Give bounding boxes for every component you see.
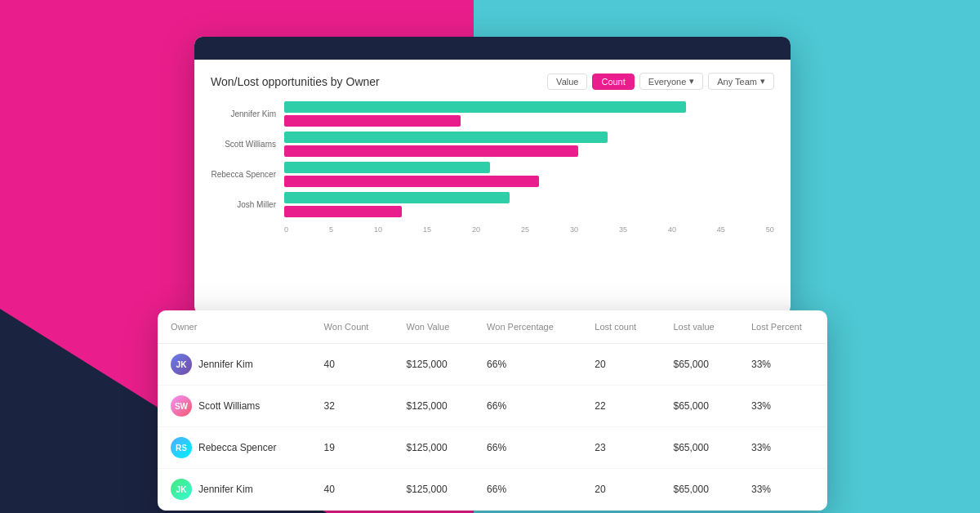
chart-title: Won/Lost opportunities by Owner bbox=[211, 75, 380, 88]
axis-label: 0 bbox=[284, 225, 288, 234]
value-button[interactable]: Value bbox=[547, 74, 587, 90]
lost-percent-cell: 33% bbox=[738, 386, 827, 427]
axis-labels: 0 5 10 15 20 25 30 35 40 45 50 bbox=[284, 222, 774, 234]
table-header: Owner Won Count Won Value Won Percentage… bbox=[158, 310, 827, 344]
avatar: SW bbox=[171, 395, 192, 417]
owner-name: Scott Williams bbox=[198, 400, 260, 412]
col-lost-value: Lost value bbox=[661, 310, 738, 344]
axis-label: 40 bbox=[668, 225, 676, 234]
axis-label: 25 bbox=[521, 225, 529, 234]
table-row: RS Rebecca Spencer 19 $125,000 66% 23 $6… bbox=[158, 427, 827, 469]
bar-lost bbox=[284, 206, 402, 217]
lost-percent-cell: 33% bbox=[738, 469, 827, 511]
table-body: JK Jennifer Kim 40 $125,000 66% 20 $65,0… bbox=[158, 344, 827, 511]
table-inner: Owner Won Count Won Value Won Percentage… bbox=[158, 310, 827, 511]
bar-lost bbox=[284, 145, 578, 157]
bars-container bbox=[284, 162, 774, 187]
chart-row: Scott Williams bbox=[211, 132, 774, 157]
table-row: SW Scott Williams 32 $125,000 66% 22 $65… bbox=[158, 386, 827, 427]
row-label: Scott Williams bbox=[211, 140, 284, 149]
data-table-window: Owner Won Count Won Value Won Percentage… bbox=[158, 310, 827, 511]
axis-label: 30 bbox=[570, 225, 578, 234]
won-value-cell: $125,000 bbox=[394, 469, 474, 511]
owner-cell: JK Jennifer Kim bbox=[158, 469, 311, 511]
won-percentage-cell: 66% bbox=[474, 469, 581, 511]
everyone-dropdown[interactable]: Everyone ▾ bbox=[639, 73, 703, 90]
bar-chart: Jennifer Kim Scott Williams Rebecca Spen… bbox=[211, 101, 774, 234]
axis-label: 45 bbox=[717, 225, 725, 234]
lost-count-cell: 20 bbox=[581, 344, 660, 386]
chart-area: Won/Lost opportunities by Owner Value Co… bbox=[194, 60, 791, 243]
chevron-down-icon: ▾ bbox=[760, 76, 765, 87]
lost-value-cell: $65,000 bbox=[661, 344, 738, 386]
lost-count-cell: 22 bbox=[581, 386, 660, 427]
owner-name: Jennifer Kim bbox=[198, 484, 253, 495]
lost-percent-cell: 33% bbox=[738, 427, 827, 469]
axis-label: 10 bbox=[374, 225, 382, 234]
bar-won bbox=[284, 101, 686, 113]
axis-row: 0 5 10 15 20 25 30 35 40 45 50 bbox=[211, 222, 774, 234]
chart-header: Won/Lost opportunities by Owner Value Co… bbox=[211, 73, 774, 90]
lost-count-cell: 23 bbox=[581, 427, 660, 469]
row-label: Josh Miller bbox=[211, 200, 284, 209]
col-owner: Owner bbox=[158, 310, 311, 344]
owner-cell: JK Jennifer Kim bbox=[158, 344, 311, 386]
owner-cell: RS Rebecca Spencer bbox=[158, 427, 311, 469]
won-percentage-cell: 66% bbox=[474, 344, 581, 386]
won-percentage-cell: 66% bbox=[474, 427, 581, 469]
bars-container bbox=[284, 101, 774, 127]
axis-label: 5 bbox=[329, 225, 333, 234]
won-percentage-cell: 66% bbox=[474, 386, 581, 427]
chevron-down-icon: ▾ bbox=[689, 76, 694, 87]
bar-won bbox=[284, 162, 490, 173]
table-row: JK Jennifer Kim 40 $125,000 66% 20 $65,0… bbox=[158, 344, 827, 386]
lost-value-cell: $65,000 bbox=[661, 469, 738, 511]
lost-percent-cell: 33% bbox=[738, 344, 827, 386]
won-count-cell: 32 bbox=[311, 386, 394, 427]
won-value-cell: $125,000 bbox=[394, 427, 474, 469]
won-value-cell: $125,000 bbox=[394, 344, 474, 386]
chart-controls: Value Count Everyone ▾ Any Team ▾ bbox=[547, 73, 774, 90]
col-won-percentage: Won Percentage bbox=[474, 310, 581, 344]
won-count-cell: 40 bbox=[311, 344, 394, 386]
col-won-value: Won Value bbox=[394, 310, 474, 344]
table-header-row: Owner Won Count Won Value Won Percentage… bbox=[158, 310, 827, 344]
owner-name: Jennifer Kim bbox=[198, 359, 253, 370]
bar-won bbox=[284, 192, 510, 203]
axis-label: 15 bbox=[423, 225, 431, 234]
col-won-count: Won Count bbox=[311, 310, 394, 344]
col-lost-count: Lost count bbox=[581, 310, 660, 344]
owner-name: Rebecca Spencer bbox=[198, 442, 276, 453]
won-count-cell: 40 bbox=[311, 469, 394, 511]
row-label: Rebecca Spencer bbox=[211, 170, 284, 179]
count-button[interactable]: Count bbox=[592, 74, 634, 90]
table-row: JK Jennifer Kim 40 $125,000 66% 20 $65,0… bbox=[158, 469, 827, 511]
lost-count-cell: 20 bbox=[581, 469, 660, 511]
avatar: JK bbox=[171, 479, 192, 500]
lost-value-cell: $65,000 bbox=[661, 386, 738, 427]
chart-window: Won/Lost opportunities by Owner Value Co… bbox=[194, 37, 791, 314]
avatar: JK bbox=[171, 354, 192, 375]
bar-won bbox=[284, 132, 608, 143]
lost-value-cell: $65,000 bbox=[661, 427, 738, 469]
data-table: Owner Won Count Won Value Won Percentage… bbox=[158, 310, 827, 511]
axis-label: 35 bbox=[619, 225, 627, 234]
won-value-cell: $125,000 bbox=[394, 386, 474, 427]
window-header-bar bbox=[194, 37, 791, 60]
col-lost-percent: Lost Percent bbox=[738, 310, 827, 344]
axis-label: 20 bbox=[472, 225, 480, 234]
axis-label: 50 bbox=[766, 225, 774, 234]
chart-row: Rebecca Spencer bbox=[211, 162, 774, 187]
any-team-dropdown[interactable]: Any Team ▾ bbox=[708, 73, 774, 90]
row-label: Jennifer Kim bbox=[211, 109, 284, 118]
bars-container bbox=[284, 192, 774, 217]
chart-row: Josh Miller bbox=[211, 192, 774, 217]
chart-row: Jennifer Kim bbox=[211, 101, 774, 127]
avatar: RS bbox=[171, 437, 192, 458]
won-count-cell: 19 bbox=[311, 427, 394, 469]
bar-lost bbox=[284, 176, 539, 187]
bars-container bbox=[284, 132, 774, 157]
bar-lost bbox=[284, 115, 461, 127]
owner-cell: SW Scott Williams bbox=[158, 386, 311, 427]
